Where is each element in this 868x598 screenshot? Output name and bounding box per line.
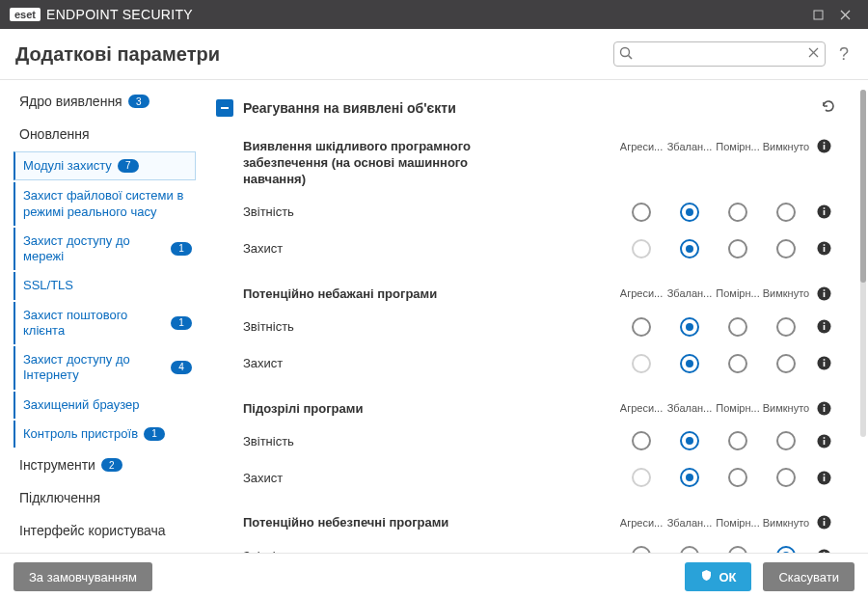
footer: За замовчуванням ОК Скасувати (0, 553, 868, 598)
column-header: Вимкнуто (762, 141, 810, 152)
row-label: Звітність (243, 204, 294, 219)
radio-option-1[interactable] (665, 354, 714, 373)
cancel-button[interactable]: Скасувати (763, 562, 854, 591)
setting-row: Звітність (243, 194, 837, 231)
info-icon[interactable] (810, 401, 837, 416)
radio-option-2[interactable] (714, 239, 762, 258)
ok-button[interactable]: ОК (685, 562, 751, 591)
sidebar-item-8[interactable]: Захищений браузер (14, 392, 196, 419)
radio-option-1[interactable] (665, 203, 714, 222)
window-maximize-button[interactable] (804, 0, 831, 29)
sidebar-item-label: Захист доступу до Інтернету (23, 352, 165, 384)
group-header: Підозрілі програмиАгреси...Збалан...Помі… (243, 394, 837, 423)
info-icon[interactable] (810, 515, 837, 530)
svg-rect-19 (823, 289, 825, 291)
sidebar-item-1[interactable]: Оновлення (12, 119, 196, 150)
sidebar-item-12[interactable]: Інтерфейс користувача (12, 515, 196, 546)
radio-option-3[interactable] (762, 431, 810, 450)
info-icon[interactable] (810, 204, 837, 219)
info-icon[interactable] (810, 319, 837, 334)
radio-option-2[interactable] (714, 431, 762, 450)
info-icon[interactable] (810, 139, 837, 153)
search-input[interactable] (613, 41, 826, 67)
sidebar-item-label: Захист поштового клієнта (23, 308, 165, 340)
sidebar-item-3[interactable]: Захист файлової системи в режимі реально… (14, 182, 196, 226)
sidebar-item-13[interactable]: Сповіщення1 (12, 548, 196, 553)
collapse-toggle[interactable] (216, 99, 233, 117)
svg-rect-27 (823, 407, 825, 412)
radio-option-2[interactable] (714, 468, 762, 487)
sidebar-item-4[interactable]: Захист доступу до мережі1 (14, 228, 196, 271)
radio-option-0[interactable] (617, 431, 665, 450)
radio-option-3[interactable] (762, 468, 810, 487)
group-header: Потенційно небезпечні програмиАгреси...З… (243, 507, 837, 537)
setting-row: Захист (243, 231, 837, 267)
radio-option-3[interactable] (762, 354, 810, 373)
radio-option-3[interactable] (762, 317, 810, 337)
radio-group (617, 239, 837, 258)
column-header: Агреси... (617, 141, 665, 152)
radio-option-0[interactable] (617, 546, 665, 553)
radio-option-3[interactable] (762, 239, 810, 258)
sidebar-item-0[interactable]: Ядро виявлення3 (12, 86, 196, 117)
radio-option-3[interactable] (762, 203, 810, 222)
radio-option-2[interactable] (714, 546, 762, 553)
info-icon[interactable] (810, 356, 837, 370)
info-icon[interactable] (810, 286, 837, 301)
column-header: Збалан... (665, 517, 714, 529)
setting-group-1: Потенційно небажані програмиАгреси...Зба… (204, 273, 849, 388)
svg-rect-7 (221, 107, 229, 109)
help-button[interactable]: ? (835, 44, 853, 65)
radio-group (617, 546, 837, 553)
radio-group (617, 354, 837, 373)
info-icon[interactable] (810, 434, 837, 448)
radio-option-1[interactable] (665, 468, 714, 487)
column-header: Агреси... (617, 402, 665, 414)
window-close-button[interactable] (831, 0, 858, 29)
svg-rect-28 (823, 404, 825, 406)
sidebar-item-9[interactable]: Контроль пристроїв1 (14, 421, 196, 448)
svg-point-3 (620, 48, 629, 57)
sidebar-item-6[interactable]: Захист поштового клієнта1 (14, 302, 196, 345)
svg-rect-0 (814, 11, 823, 19)
sidebar-item-5[interactable]: SSL/TLS (14, 272, 196, 299)
search-clear-icon[interactable] (807, 46, 820, 62)
radio-option-2[interactable] (714, 317, 762, 337)
radio-option-3[interactable] (762, 546, 810, 553)
setting-row: Звітність (243, 537, 837, 553)
column-header: Агреси... (617, 517, 665, 529)
info-icon[interactable] (810, 241, 837, 256)
info-icon[interactable] (810, 549, 837, 553)
radio-option-1[interactable] (665, 431, 714, 450)
sidebar-item-7[interactable]: Захист доступу до Інтернету4 (14, 346, 196, 390)
svg-line-4 (628, 56, 632, 60)
radio-option-1[interactable] (665, 546, 714, 553)
setting-group-3: Потенційно небезпечні програмиАгреси...З… (204, 502, 849, 553)
sidebar-item-label: Захист файлової системи в режимі реально… (23, 188, 192, 220)
sidebar-badge: 7 (118, 159, 139, 173)
info-icon[interactable] (810, 471, 837, 485)
column-header: Помірн... (714, 402, 762, 414)
radio-option-0[interactable] (617, 203, 665, 222)
svg-rect-21 (823, 325, 825, 330)
defaults-button[interactable]: За замовчуванням (14, 562, 152, 591)
radio-option-0[interactable] (617, 317, 665, 337)
radio-option-2[interactable] (714, 203, 762, 222)
product-name: ENDPOINT SECURITY (46, 7, 193, 22)
radio-option-1[interactable] (665, 317, 714, 337)
search-icon (619, 46, 634, 64)
sidebar-item-10[interactable]: Інструменти2 (12, 449, 196, 480)
setting-group-2: Підозрілі програмиАгреси...Збалан...Помі… (204, 388, 849, 503)
svg-rect-9 (823, 145, 825, 150)
scrollbar-thumb[interactable] (860, 90, 866, 283)
radio-option-0 (617, 239, 665, 258)
sidebar-item-11[interactable]: Підключення (12, 482, 196, 513)
radio-option-2[interactable] (714, 354, 762, 373)
radio-option-1[interactable] (665, 239, 714, 258)
sidebar-item-2[interactable]: Модулі захисту7 (14, 151, 196, 180)
undo-icon[interactable] (820, 97, 837, 118)
shield-icon (700, 569, 713, 584)
vertical-scrollbar[interactable] (860, 90, 866, 437)
svg-rect-24 (823, 362, 825, 367)
svg-rect-31 (823, 437, 825, 439)
